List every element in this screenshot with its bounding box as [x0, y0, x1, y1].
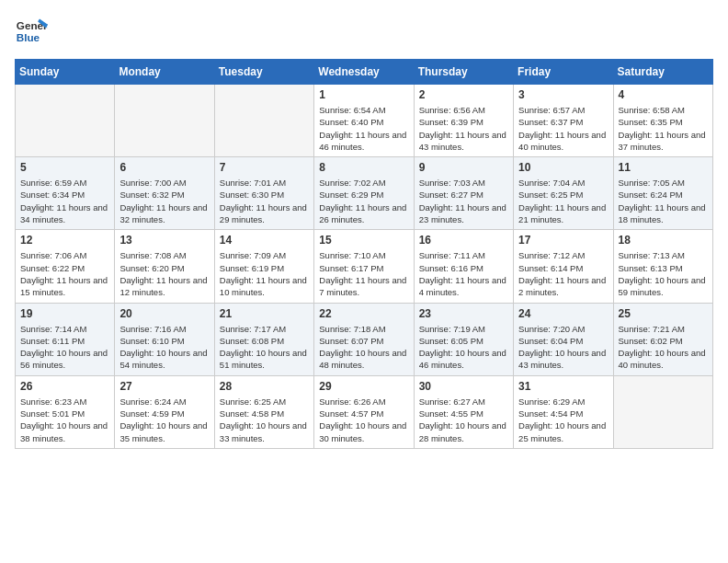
calendar-cell: 1Sunrise: 6:54 AM Sunset: 6:40 PM Daylig…: [314, 85, 414, 157]
calendar-cell: [115, 85, 214, 157]
day-number: 11: [619, 161, 708, 174]
day-info: Sunrise: 7:13 AM Sunset: 6:13 PM Dayligh…: [619, 249, 708, 298]
weekday-header-wednesday: Wednesday: [314, 60, 414, 85]
day-info: Sunrise: 7:20 AM Sunset: 6:04 PM Dayligh…: [518, 323, 608, 372]
calendar-cell: 25Sunrise: 7:21 AM Sunset: 6:02 PM Dayli…: [613, 303, 712, 375]
calendar-cell: 4Sunrise: 6:58 AM Sunset: 6:35 PM Daylig…: [613, 85, 712, 157]
day-info: Sunrise: 6:58 AM Sunset: 6:35 PM Dayligh…: [619, 104, 708, 153]
day-number: 4: [619, 88, 708, 101]
day-number: 26: [20, 380, 109, 393]
day-info: Sunrise: 7:10 AM Sunset: 6:17 PM Dayligh…: [319, 249, 408, 298]
day-number: 28: [220, 380, 309, 393]
day-number: 16: [419, 234, 508, 247]
day-number: 23: [419, 307, 508, 320]
day-number: 21: [220, 307, 309, 320]
day-number: 20: [119, 307, 209, 320]
calendar-cell: 19Sunrise: 7:14 AM Sunset: 6:11 PM Dayli…: [16, 303, 115, 375]
day-info: Sunrise: 7:04 AM Sunset: 6:25 PM Dayligh…: [518, 177, 608, 225]
weekday-header-saturday: Saturday: [613, 60, 712, 85]
calendar-cell: 21Sunrise: 7:17 AM Sunset: 6:08 PM Dayli…: [214, 303, 313, 375]
calendar-cell: 14Sunrise: 7:09 AM Sunset: 6:19 PM Dayli…: [214, 230, 313, 303]
calendar-cell: 8Sunrise: 7:02 AM Sunset: 6:29 PM Daylig…: [314, 157, 414, 230]
day-info: Sunrise: 7:21 AM Sunset: 6:02 PM Dayligh…: [619, 323, 708, 372]
day-number: 22: [319, 307, 408, 320]
calendar-cell: 13Sunrise: 7:08 AM Sunset: 6:20 PM Dayli…: [115, 230, 214, 303]
day-info: Sunrise: 7:03 AM Sunset: 6:27 PM Dayligh…: [419, 177, 508, 225]
calendar-week-3: 12Sunrise: 7:06 AM Sunset: 6:22 PM Dayli…: [16, 230, 713, 303]
day-number: 3: [518, 88, 608, 101]
calendar-table: SundayMondayTuesdayWednesdayThursdayFrid…: [15, 59, 713, 449]
day-info: Sunrise: 6:54 AM Sunset: 6:40 PM Dayligh…: [319, 104, 408, 153]
day-number: 29: [319, 380, 408, 393]
day-info: Sunrise: 7:19 AM Sunset: 6:05 PM Dayligh…: [419, 323, 508, 372]
day-number: 6: [119, 161, 209, 174]
calendar-cell: 20Sunrise: 7:16 AM Sunset: 6:10 PM Dayli…: [115, 303, 214, 375]
calendar-cell: 18Sunrise: 7:13 AM Sunset: 6:13 PM Dayli…: [613, 230, 712, 303]
calendar-cell: 26Sunrise: 6:23 AM Sunset: 5:01 PM Dayli…: [16, 375, 115, 448]
day-info: Sunrise: 7:18 AM Sunset: 6:07 PM Dayligh…: [319, 323, 408, 372]
calendar-cell: 7Sunrise: 7:01 AM Sunset: 6:30 PM Daylig…: [214, 157, 313, 230]
day-number: 1: [319, 88, 408, 101]
calendar-week-4: 19Sunrise: 7:14 AM Sunset: 6:11 PM Dayli…: [16, 303, 713, 375]
day-info: Sunrise: 6:29 AM Sunset: 4:54 PM Dayligh…: [518, 396, 608, 444]
day-info: Sunrise: 7:12 AM Sunset: 6:14 PM Dayligh…: [518, 249, 608, 298]
day-number: 18: [619, 234, 708, 247]
calendar-week-1: 1Sunrise: 6:54 AM Sunset: 6:40 PM Daylig…: [16, 85, 713, 157]
calendar-cell: 27Sunrise: 6:24 AM Sunset: 4:59 PM Dayli…: [115, 375, 214, 448]
calendar-cell: 30Sunrise: 6:27 AM Sunset: 4:55 PM Dayli…: [414, 375, 513, 448]
calendar-cell: [214, 85, 313, 157]
day-number: 10: [518, 161, 608, 174]
day-info: Sunrise: 7:02 AM Sunset: 6:29 PM Dayligh…: [319, 177, 408, 225]
calendar-cell: 28Sunrise: 6:25 AM Sunset: 4:58 PM Dayli…: [214, 375, 313, 448]
calendar-week-5: 26Sunrise: 6:23 AM Sunset: 5:01 PM Dayli…: [16, 375, 713, 448]
day-number: 25: [619, 307, 708, 320]
calendar-cell: 22Sunrise: 7:18 AM Sunset: 6:07 PM Dayli…: [314, 303, 414, 375]
calendar-cell: 29Sunrise: 6:26 AM Sunset: 4:57 PM Dayli…: [314, 375, 414, 448]
day-number: 8: [319, 161, 408, 174]
calendar-cell: 12Sunrise: 7:06 AM Sunset: 6:22 PM Dayli…: [16, 230, 115, 303]
calendar-cell: 15Sunrise: 7:10 AM Sunset: 6:17 PM Dayli…: [314, 230, 414, 303]
logo: General Blue: [15, 15, 48, 48]
calendar-cell: 31Sunrise: 6:29 AM Sunset: 4:54 PM Dayli…: [514, 375, 613, 448]
weekday-header-friday: Friday: [514, 60, 613, 85]
day-info: Sunrise: 7:01 AM Sunset: 6:30 PM Dayligh…: [220, 177, 309, 225]
day-info: Sunrise: 7:11 AM Sunset: 6:16 PM Dayligh…: [419, 249, 508, 298]
day-number: 13: [119, 234, 209, 247]
calendar-cell: 5Sunrise: 6:59 AM Sunset: 6:34 PM Daylig…: [16, 157, 115, 230]
page-header: General Blue: [15, 15, 713, 48]
day-info: Sunrise: 6:26 AM Sunset: 4:57 PM Dayligh…: [319, 396, 408, 444]
calendar-cell: [613, 375, 712, 448]
day-info: Sunrise: 7:05 AM Sunset: 6:24 PM Dayligh…: [619, 177, 708, 225]
day-number: 12: [20, 234, 109, 247]
day-info: Sunrise: 7:17 AM Sunset: 6:08 PM Dayligh…: [220, 323, 309, 372]
svg-text:Blue: Blue: [17, 31, 40, 43]
day-info: Sunrise: 7:16 AM Sunset: 6:10 PM Dayligh…: [119, 323, 209, 372]
day-info: Sunrise: 6:59 AM Sunset: 6:34 PM Dayligh…: [20, 177, 109, 225]
day-info: Sunrise: 6:27 AM Sunset: 4:55 PM Dayligh…: [419, 396, 508, 444]
day-info: Sunrise: 7:08 AM Sunset: 6:20 PM Dayligh…: [119, 249, 209, 298]
day-info: Sunrise: 7:09 AM Sunset: 6:19 PM Dayligh…: [220, 249, 309, 298]
calendar-cell: 23Sunrise: 7:19 AM Sunset: 6:05 PM Dayli…: [414, 303, 513, 375]
calendar-cell: 10Sunrise: 7:04 AM Sunset: 6:25 PM Dayli…: [514, 157, 613, 230]
day-info: Sunrise: 6:57 AM Sunset: 6:37 PM Dayligh…: [518, 104, 608, 153]
day-number: 30: [419, 380, 508, 393]
day-number: 15: [319, 234, 408, 247]
calendar-cell: 16Sunrise: 7:11 AM Sunset: 6:16 PM Dayli…: [414, 230, 513, 303]
calendar-week-2: 5Sunrise: 6:59 AM Sunset: 6:34 PM Daylig…: [16, 157, 713, 230]
calendar-cell: [16, 85, 115, 157]
day-number: 24: [518, 307, 608, 320]
calendar-cell: 3Sunrise: 6:57 AM Sunset: 6:37 PM Daylig…: [514, 85, 613, 157]
day-info: Sunrise: 7:14 AM Sunset: 6:11 PM Dayligh…: [20, 323, 109, 372]
day-number: 17: [518, 234, 608, 247]
calendar-cell: 11Sunrise: 7:05 AM Sunset: 6:24 PM Dayli…: [613, 157, 712, 230]
day-number: 14: [220, 234, 309, 247]
calendar-cell: 2Sunrise: 6:56 AM Sunset: 6:39 PM Daylig…: [414, 85, 513, 157]
day-info: Sunrise: 6:24 AM Sunset: 4:59 PM Dayligh…: [119, 396, 209, 444]
calendar-cell: 24Sunrise: 7:20 AM Sunset: 6:04 PM Dayli…: [514, 303, 613, 375]
day-number: 27: [119, 380, 209, 393]
day-number: 2: [419, 88, 508, 101]
weekday-header-row: SundayMondayTuesdayWednesdayThursdayFrid…: [16, 60, 713, 85]
day-number: 31: [518, 380, 608, 393]
day-number: 7: [220, 161, 309, 174]
day-info: Sunrise: 6:56 AM Sunset: 6:39 PM Dayligh…: [419, 104, 508, 153]
